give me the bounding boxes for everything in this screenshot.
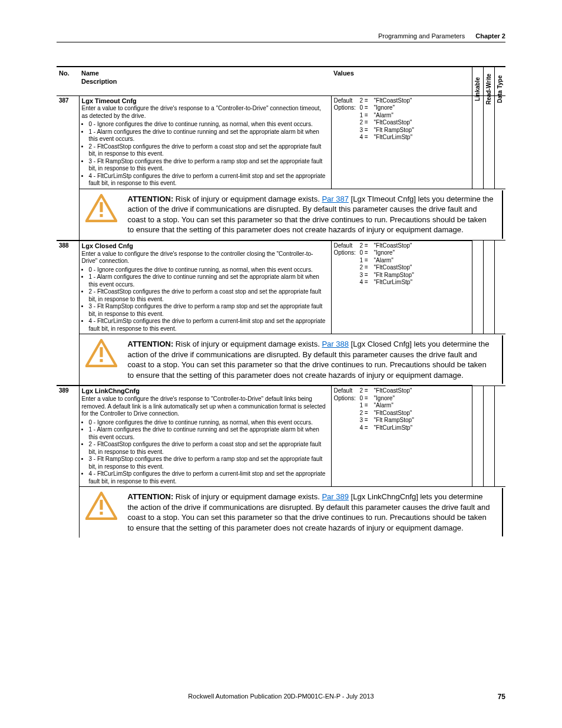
page-footer: Rockwell Automation Publication 20D-PM00… xyxy=(0,693,562,700)
attention-row: ATTENTION: Risk of injury or equipment d… xyxy=(57,189,505,241)
param-description-cell: Lgx LinkChngCnfgEnter a value to configu… xyxy=(79,386,331,486)
param-number: 387 xyxy=(57,95,79,241)
param-flag-cell xyxy=(495,95,506,189)
param-name: Lgx Closed Cnfg xyxy=(82,242,329,251)
col-name-label: Name xyxy=(81,70,329,78)
col-name: Name Description xyxy=(79,67,331,95)
list-item: 0 - Ignore configures the drive to conti… xyxy=(89,121,329,129)
param-number: 388 xyxy=(57,241,79,386)
list-item: 3 - Flt RampStop configures the drive to… xyxy=(89,303,329,318)
col-no: No. xyxy=(57,67,79,95)
param-reference-link[interactable]: Par 387 xyxy=(322,195,349,203)
param-description-cell: Lgx Timeout CnfgEnter a value to configu… xyxy=(79,95,331,189)
col-readwrite: Read-Write xyxy=(484,67,495,95)
list-item: 2 - FltCoastStop configures the drive to… xyxy=(89,288,329,303)
param-flag-cell xyxy=(484,386,495,486)
table-row: 387Lgx Timeout CnfgEnter a value to conf… xyxy=(57,95,505,189)
list-item: 4 - FltCurLimStp configures the drive to… xyxy=(89,318,329,332)
warning-triangle-icon xyxy=(85,339,117,380)
param-flag-cell xyxy=(495,241,506,334)
footer-publication: Rockwell Automation Publication 20D-PM00… xyxy=(188,693,373,700)
param-description-cell: Lgx Closed CnfgEnter a value to configur… xyxy=(79,241,331,334)
param-intro: Enter a value to configure the drive's r… xyxy=(82,396,329,418)
list-item: 1 - Alarm configures the drive to contin… xyxy=(89,426,329,441)
col-datatype: Data Type xyxy=(495,67,506,95)
list-item: 1 - Alarm configures the drive to contin… xyxy=(89,274,329,288)
list-item: 3 - Flt RampStop configures the drive to… xyxy=(89,456,329,470)
table-row: 389Lgx LinkChngCnfgEnter a value to conf… xyxy=(57,386,505,486)
attention-box: ATTENTION: Risk of injury or equipment d… xyxy=(82,335,504,384)
header-section: Programming and Parameters xyxy=(378,32,465,39)
attention-text: ATTENTION: Risk of injury or equipment d… xyxy=(128,492,495,533)
list-item: 0 - Ignore configures the drive to conti… xyxy=(89,419,329,427)
list-item: 2 - FltCoastStop configures the drive to… xyxy=(89,441,329,456)
param-option-list: 0 - Ignore configures the drive to conti… xyxy=(82,121,329,187)
warning-triangle-icon xyxy=(85,194,117,235)
attention-row: ATTENTION: Risk of injury or equipment d… xyxy=(57,487,505,538)
param-flag-cell xyxy=(472,386,484,486)
list-item: 2 - FltCoastStop configures the drive to… xyxy=(89,143,329,158)
param-values-cell: Default2 ="FltCoastStop"Options:0 ="Igno… xyxy=(331,386,472,486)
param-option-list: 0 - Ignore configures the drive to conti… xyxy=(82,266,329,333)
attention-text: ATTENTION: Risk of injury or equipment d… xyxy=(128,339,495,380)
col-description-label: Description xyxy=(81,78,329,86)
param-name: Lgx LinkChngCnfg xyxy=(82,387,329,396)
attention-text: ATTENTION: Risk of injury or equipment d… xyxy=(128,194,495,235)
param-number: 389 xyxy=(57,386,79,538)
param-values-cell: Default2 ="FltCoastStop"Options:0 ="Igno… xyxy=(331,95,472,189)
param-intro: Enter a value to configure the drive's r… xyxy=(82,251,329,265)
col-values: Values xyxy=(331,67,472,95)
parameter-table: No. Name Description Values Linkable Rea… xyxy=(57,66,505,538)
attention-box: ATTENTION: Risk of injury or equipment d… xyxy=(82,190,504,239)
list-item: 3 - Flt RampStop configures the drive to… xyxy=(89,158,329,173)
attention-row: ATTENTION: Risk of injury or equipment d… xyxy=(57,334,505,386)
param-flag-cell xyxy=(472,241,484,334)
param-name: Lgx Timeout Cnfg xyxy=(82,97,329,106)
param-reference-link[interactable]: Par 388 xyxy=(322,340,349,348)
list-item: 1 - Alarm configures the drive to contin… xyxy=(89,129,329,143)
list-item: 4 - FltCurLimStp configures the drive to… xyxy=(89,173,329,187)
param-intro: Enter a value to configure the drive's r… xyxy=(82,105,329,120)
header-chapter: Chapter 2 xyxy=(475,32,505,39)
param-option-list: 0 - Ignore configures the drive to conti… xyxy=(82,419,329,486)
param-flag-cell xyxy=(484,95,495,189)
param-flag-cell xyxy=(495,386,506,486)
param-values-cell: Default2 ="FltCoastStop"Options:0 ="Igno… xyxy=(331,241,472,334)
param-reference-link[interactable]: Par 389 xyxy=(322,492,349,501)
param-flag-cell xyxy=(472,95,484,189)
attention-box: ATTENTION: Risk of injury or equipment d… xyxy=(82,488,504,536)
table-row: 388Lgx Closed CnfgEnter a value to confi… xyxy=(57,241,505,334)
list-item: 0 - Ignore configures the drive to conti… xyxy=(89,266,329,274)
running-header: Programming and Parameters Chapter 2 xyxy=(57,32,505,42)
warning-triangle-icon xyxy=(85,492,117,533)
footer-page-number: 75 xyxy=(498,693,505,701)
list-item: 4 - FltCurLimStp configures the drive to… xyxy=(89,470,329,485)
param-flag-cell xyxy=(484,241,495,334)
col-linkable: Linkable xyxy=(472,67,484,95)
